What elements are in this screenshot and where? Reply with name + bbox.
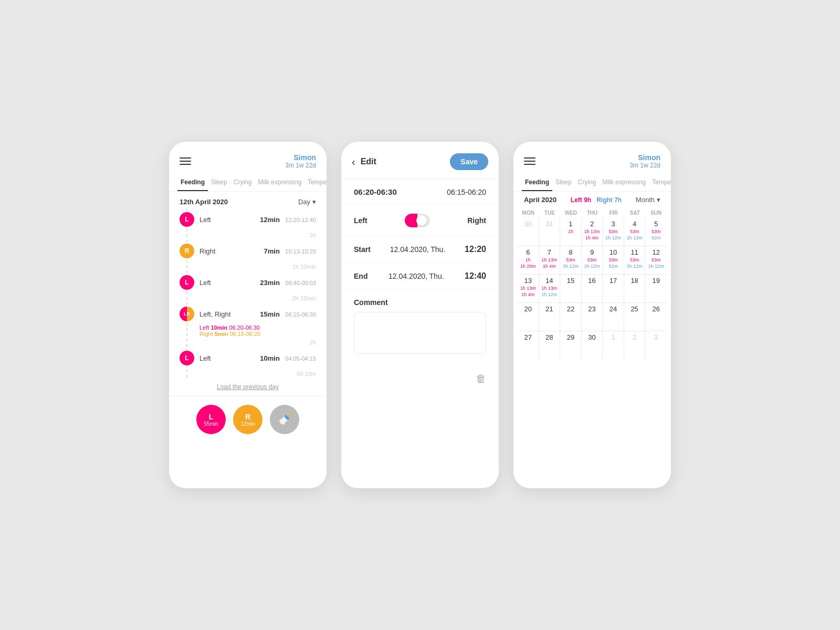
cal-day-8[interactable]: 853m1h 12m (560, 246, 582, 275)
cal-day-19[interactable]: 19 (645, 275, 667, 303)
comment-section: Comment (341, 290, 499, 364)
entry-time: 10min 04:05-04:15 (260, 353, 316, 363)
cal-day-1[interactable]: 11h (560, 218, 582, 246)
panel1-header: Simon 3m 1w 22d (169, 142, 327, 174)
cal-day-23[interactable]: 23 (582, 303, 603, 331)
end-date: 12.04.2020, Thu. (388, 272, 444, 280)
cal-day-27[interactable]: 27 (518, 331, 539, 360)
cal-day-2[interactable]: 21h 13m1h 4m (582, 218, 603, 246)
list-item[interactable]: LR Left, Right 15min 06:15-06:30 (169, 302, 327, 323)
side-toggle-row: Left Right (341, 205, 499, 236)
both-dot: LR (180, 307, 194, 321)
cal-day-26[interactable]: 26 (645, 303, 667, 331)
sub-entry-right: Right 5min 06:15-06:20 (200, 331, 316, 337)
hamburger-menu-3[interactable] (524, 158, 536, 165)
tab3-feeding[interactable]: Feeding (522, 174, 552, 191)
entry-label: Left, Right (200, 310, 260, 318)
list-item[interactable]: L Left 23min 08:40-09:03 (169, 271, 327, 294)
tab-sleep[interactable]: Sleep (208, 174, 230, 191)
cal-day-16[interactable]: 16 (582, 275, 603, 303)
btn-right[interactable]: R 12min (233, 405, 262, 434)
cal-day-3[interactable]: 353m1h 12m (603, 218, 624, 246)
hamburger-menu[interactable] (180, 158, 191, 165)
month-selector[interactable]: Month ▾ (636, 196, 660, 204)
cal-day-12[interactable]: 1253m1h 12m (645, 246, 667, 275)
cal-day-17[interactable]: 17 (603, 275, 624, 303)
entry-time: 15min 06:15-06:30 (260, 309, 316, 319)
list-item[interactable]: L Left 10min 04:05-04:15 (169, 346, 327, 370)
cal-day-18[interactable]: 18 (624, 275, 646, 303)
start-label: Start (354, 245, 371, 254)
cal-day-10[interactable]: 1033m52m (603, 246, 624, 275)
tab3-crying[interactable]: Crying (575, 174, 600, 191)
tab3-sleep[interactable]: Sleep (552, 174, 575, 191)
cal-day-24[interactable]: 24 (603, 303, 624, 331)
cal-day-25[interactable]: 25 (624, 303, 646, 331)
cal-day-20[interactable]: 20 (518, 303, 539, 331)
btn-left[interactable]: L 55min (196, 405, 226, 434)
cal-day-15[interactable]: 15 (560, 275, 582, 303)
screen-container: Simon 3m 1w 22d Feeding Sleep Crying Mil… (148, 110, 692, 520)
tab-milk[interactable]: Milk expressing (255, 174, 304, 191)
cal-day-7[interactable]: 71h 13m1h 4m (539, 246, 561, 275)
entry-label: Left (200, 279, 260, 287)
day-selector[interactable]: Day ▾ (298, 198, 316, 206)
user-info: Simon 3m 1w 22d (285, 153, 316, 169)
cal-day-22[interactable]: 22 (560, 303, 582, 331)
save-button[interactable]: Save (450, 153, 488, 170)
right-dot: R (180, 244, 194, 258)
time-range-row: 06:20-06:30 06:15-06:20 (341, 179, 499, 205)
tab-bar: Feeding Sleep Crying Milk expressing Tem… (169, 174, 327, 192)
cal-day-30[interactable]: 30 (582, 331, 603, 360)
day-header-mon: MON (518, 208, 539, 218)
tab-temp[interactable]: Temperatur (304, 174, 327, 191)
bottom-bar: L 55min R 12min 🍼 (169, 396, 327, 447)
edit-title: Edit (361, 157, 376, 166)
cal-day-30-prev[interactable]: 30 (518, 218, 539, 246)
cal-day-29[interactable]: 29 (560, 331, 582, 360)
list-item[interactable]: L Left 12min 12:20-12:40 (169, 208, 327, 231)
delete-button[interactable]: 🗑 (476, 373, 486, 385)
user-age: 3m 1w 22d (285, 162, 316, 169)
cal-day-28[interactable]: 28 (539, 331, 561, 360)
cal-day-3-next[interactable]: 3 (645, 331, 667, 360)
day-header-thu: THU (582, 208, 603, 218)
time-range-main: 06:20-06:30 (354, 187, 397, 196)
load-previous-day[interactable]: Load the previous day (169, 378, 327, 396)
cal-day-31-prev[interactable]: 31 (539, 218, 561, 246)
panel-calendar: Simon 3m 1w 22d Feeding Sleep Crying Mil… (513, 142, 671, 488)
calendar-grid: MON TUE WED THU FRI SAT SUN 30 31 11h 21… (513, 206, 671, 360)
day-header-sun: SUN (645, 208, 667, 218)
end-label: End (354, 272, 368, 280)
tab3-milk[interactable]: Milk expressing (599, 174, 649, 191)
panel-feeding-log: Simon 3m 1w 22d Feeding Sleep Crying Mil… (169, 142, 327, 488)
tab-crying[interactable]: Crying (230, 174, 255, 191)
cal-day-14[interactable]: 141h 13m1h 12m (539, 275, 561, 303)
end-row[interactable]: End 12.04.2020, Thu. 12:40 (341, 263, 499, 290)
entry-label: Left (200, 354, 260, 362)
tab3-temp[interactable]: Temperatur (649, 174, 671, 191)
cal-day-9[interactable]: 953m1h 12m (582, 246, 603, 275)
cal-day-4[interactable]: 453m1h 12m (624, 218, 646, 246)
back-button[interactable]: ‹ (352, 156, 355, 168)
user-age-3: 3m 1w 22d (629, 162, 660, 169)
list-item[interactable]: R Right 7min 10:13-10:20 (169, 239, 327, 262)
btn-bottle[interactable]: 🍼 (270, 405, 299, 434)
time-range-secondary: 06:15-06:20 (447, 188, 486, 196)
cal-day-6[interactable]: 61h1h 20m (518, 246, 539, 275)
left-dot: L (180, 351, 194, 365)
current-date: 12th April 2020 (180, 198, 228, 206)
comment-label: Comment (354, 298, 486, 307)
comment-input[interactable] (354, 312, 486, 354)
cal-day-11[interactable]: 1153m1h 12m (624, 246, 646, 275)
toggle-switch[interactable] (405, 214, 430, 227)
gap-label: 5h 10m (169, 370, 327, 378)
tab-feeding[interactable]: Feeding (177, 174, 208, 191)
timeline: L Left 12min 12:20-12:40 2h R Right 7min… (169, 208, 327, 378)
cal-day-21[interactable]: 21 (539, 303, 561, 331)
cal-day-13[interactable]: 131h 13m1h 4m (518, 275, 539, 303)
cal-day-5[interactable]: 553m52m (645, 218, 667, 246)
cal-day-2-next[interactable]: 2 (624, 331, 646, 360)
cal-day-1-next[interactable]: 1 (603, 331, 624, 360)
start-row[interactable]: Start 12.04.2020, Thu. 12:20 (341, 236, 499, 263)
